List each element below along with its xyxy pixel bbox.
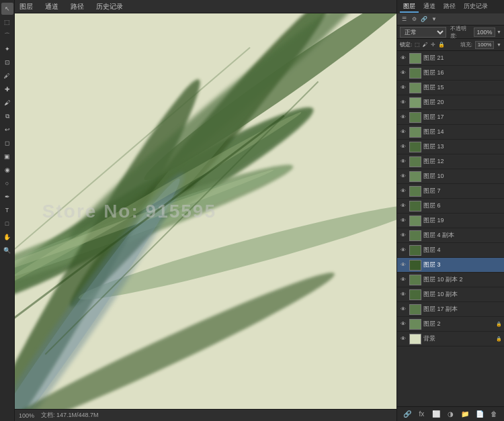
layer-visibility-toggle[interactable]: 👁	[399, 320, 407, 328]
lasso-tool[interactable]: ⌒	[1, 30, 13, 42]
pen-tool[interactable]: ✒	[1, 191, 13, 203]
status-bar: 100% 文档: 147.1M/448.7M	[15, 409, 396, 421]
layer-thumbnail	[409, 156, 421, 167]
layer-visibility-toggle[interactable]: 👁	[399, 217, 407, 225]
layer-item[interactable]: 👁图层 14	[397, 125, 504, 140]
lock-transparent-icon[interactable]: ⬚	[415, 42, 420, 48]
lock-image-icon[interactable]: 🖌	[423, 42, 428, 48]
history-brush-tool[interactable]: ↩	[1, 124, 13, 136]
tab-history[interactable]: 历史记录	[460, 1, 491, 13]
zoom-tool[interactable]: 🔍	[1, 244, 13, 256]
menu-history[interactable]: 历史记录	[94, 2, 125, 11]
magic-wand-tool[interactable]: ✦	[1, 43, 13, 55]
layer-item[interactable]: 👁图层 21	[397, 51, 504, 66]
lock-all-icon[interactable]: 🔒	[438, 42, 445, 48]
selection-tool[interactable]: ⬚	[1, 16, 13, 28]
menu-paths[interactable]: 路径	[69, 2, 86, 11]
layer-item[interactable]: 👁图层 17	[397, 110, 504, 125]
layer-item[interactable]: 👁图层 4	[397, 243, 504, 258]
layer-thumbnail	[409, 127, 421, 138]
layer-visibility-toggle[interactable]: 👁	[399, 158, 407, 166]
eraser-tool[interactable]: ◻	[1, 137, 13, 149]
shape-tool[interactable]: □	[1, 218, 13, 230]
lock-position-icon[interactable]: ✛	[431, 42, 435, 48]
delete-layer-button[interactable]: 🗑	[488, 408, 500, 420]
dodge-tool[interactable]: ○	[1, 177, 13, 189]
layer-item[interactable]: 👁图层 17 副本	[397, 302, 504, 317]
crop-tool[interactable]: ⊡	[1, 56, 13, 68]
layer-visibility-toggle[interactable]: 👁	[399, 306, 407, 314]
layer-item[interactable]: 👁背景🔒	[397, 332, 504, 346]
layer-item[interactable]: 👁图层 10 副本	[397, 287, 504, 302]
eyedropper-tool[interactable]: 🖋	[1, 70, 13, 82]
clone-tool[interactable]: ⧉	[1, 110, 13, 122]
layer-visibility-toggle[interactable]: 👁	[399, 246, 407, 254]
layer-item[interactable]: 👁图层 6	[397, 199, 504, 214]
opacity-label: 不透明度:	[450, 25, 472, 40]
layer-visibility-toggle[interactable]: 👁	[399, 128, 407, 136]
plant-painting	[15, 13, 396, 409]
layer-visibility-toggle[interactable]: 👁	[399, 113, 407, 122]
tab-channels[interactable]: 通道	[420, 1, 439, 13]
layer-visibility-toggle[interactable]: 👁	[399, 276, 407, 284]
panel-link-icon[interactable]: 🔗	[420, 15, 428, 24]
fill-label: 填充:	[460, 41, 472, 48]
layer-item[interactable]: 👁图层 10	[397, 169, 504, 184]
text-tool[interactable]: T	[1, 204, 13, 216]
panel-bottom-toolbar: 🔗 fx ⬜ ◑ 📁 📄 🗑	[397, 406, 504, 421]
lock-row: 锁定: ⬚ 🖌 ✛ 🔒 填充: ▼	[397, 39, 504, 51]
layer-thumbnail	[409, 83, 421, 93]
layer-item[interactable]: 👁图层 12	[397, 154, 504, 169]
left-toolbar: ↖ ⬚ ⌒ ✦ ⊡ 🖋 ✚ 🖌 ⧉ ↩ ◻ ▣ ◉ ○ ✒ T □ ✋ 🔍	[0, 0, 15, 421]
layers-list[interactable]: 👁图层 21👁图层 16👁图层 15👁图层 20👁图层 17👁图层 14👁图层 …	[397, 51, 504, 406]
new-layer-button[interactable]: 📄	[474, 408, 486, 420]
healing-tool[interactable]: ✚	[1, 83, 13, 95]
link-layers-button[interactable]: 🔗	[401, 408, 413, 420]
layer-visibility-toggle[interactable]: 👁	[399, 69, 407, 77]
add-mask-button[interactable]: ⬜	[430, 408, 442, 420]
layer-visibility-toggle[interactable]: 👁	[399, 232, 407, 240]
layer-visibility-toggle[interactable]: 👁	[399, 187, 407, 195]
layer-visibility-toggle[interactable]: 👁	[399, 291, 407, 299]
layer-item[interactable]: 👁图层 7	[397, 184, 504, 199]
blur-tool[interactable]: ◉	[1, 164, 13, 176]
layer-item[interactable]: 👁图层 16	[397, 66, 504, 81]
layer-item[interactable]: 👁图层 3	[397, 258, 504, 273]
opacity-input[interactable]	[474, 28, 495, 37]
layer-visibility-toggle[interactable]: 👁	[399, 261, 407, 269]
layer-visibility-toggle[interactable]: 👁	[399, 84, 407, 92]
fill-input[interactable]	[475, 41, 494, 49]
brush-tool[interactable]: 🖌	[1, 97, 13, 109]
fill-dropdown[interactable]: ▼	[497, 42, 501, 47]
zoom-level: 100%	[19, 412, 34, 419]
layer-visibility-toggle[interactable]: 👁	[399, 54, 407, 62]
adjustment-layer-button[interactable]: ◑	[444, 408, 456, 420]
layer-item[interactable]: 👁图层 2🔒	[397, 317, 504, 332]
layer-item[interactable]: 👁图层 15	[397, 81, 504, 95]
gradient-tool[interactable]: ▣	[1, 150, 13, 162]
layer-visibility-toggle[interactable]: 👁	[399, 335, 407, 343]
panel-menu-icon[interactable]: ☰	[400, 15, 408, 24]
move-tool[interactable]: ↖	[1, 3, 13, 15]
opacity-dropdown[interactable]: ▼	[497, 30, 501, 34]
new-group-button[interactable]: 📁	[459, 408, 471, 420]
layer-item[interactable]: 👁图层 20	[397, 95, 504, 110]
layer-visibility-toggle[interactable]: 👁	[399, 173, 407, 181]
layer-item[interactable]: 👁图层 10 副本 2	[397, 273, 504, 287]
menu-channels[interactable]: 通道	[43, 2, 60, 11]
layer-visibility-toggle[interactable]: 👁	[399, 143, 407, 151]
panel-options-icon[interactable]: ⚙	[410, 15, 418, 24]
layer-visibility-toggle[interactable]: 👁	[399, 202, 407, 210]
panel-more-icon[interactable]: ▼	[430, 15, 438, 24]
tab-layers[interactable]: 图层	[400, 1, 419, 13]
menu-layers[interactable]: 图层	[17, 2, 35, 11]
layer-item[interactable]: 👁图层 19	[397, 214, 504, 228]
layer-item[interactable]: 👁图层 13	[397, 140, 504, 154]
blend-mode-select[interactable]: 正常	[400, 27, 446, 38]
fx-button[interactable]: fx	[415, 408, 427, 420]
hand-tool[interactable]: ✋	[1, 231, 13, 243]
tab-paths[interactable]: 路径	[440, 1, 459, 13]
layer-item[interactable]: 👁图层 4 副本	[397, 228, 504, 243]
layer-lock-icon: 🔒	[496, 336, 502, 342]
layer-visibility-toggle[interactable]: 👁	[399, 99, 407, 107]
